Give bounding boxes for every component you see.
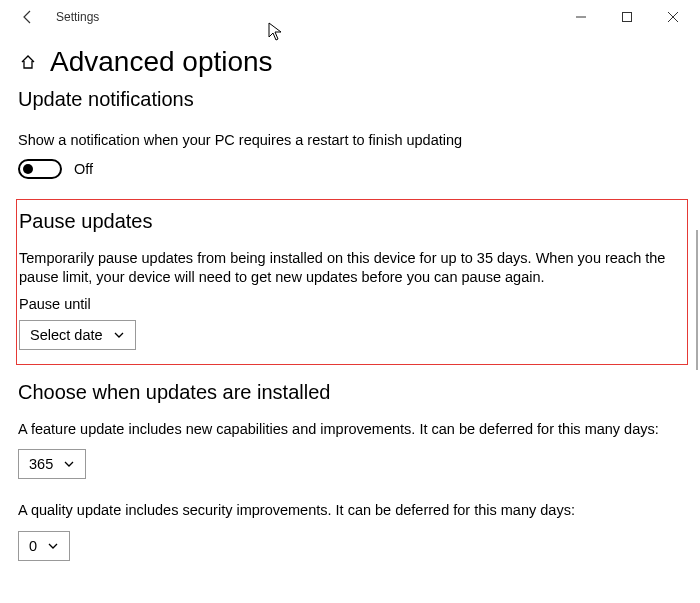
update-notifications-section: Update notifications Show a notification… xyxy=(18,88,682,179)
update-notifications-desc: Show a notification when your PC require… xyxy=(18,131,682,151)
chevron-down-icon xyxy=(63,458,75,470)
pause-updates-section: Pause updates Temporarily pause updates … xyxy=(16,199,688,365)
feature-defer-select[interactable]: 365 xyxy=(18,449,86,479)
chevron-down-icon xyxy=(47,540,59,552)
scrollbar[interactable] xyxy=(696,230,698,370)
feature-update-desc: A feature update includes new capabiliti… xyxy=(18,420,682,440)
quality-defer-select[interactable]: 0 xyxy=(18,531,70,561)
svg-rect-1 xyxy=(623,13,632,22)
window-title: Settings xyxy=(56,10,99,24)
quality-defer-value: 0 xyxy=(29,538,37,554)
pause-date-select-label: Select date xyxy=(30,327,103,343)
choose-installed-section: Choose when updates are installed A feat… xyxy=(18,381,682,561)
maximize-button[interactable] xyxy=(604,2,650,32)
page-title: Advanced options xyxy=(50,46,273,78)
minimize-button[interactable] xyxy=(558,2,604,32)
titlebar: Settings xyxy=(0,0,700,34)
notifications-toggle[interactable] xyxy=(18,159,62,179)
pause-updates-heading: Pause updates xyxy=(19,210,679,233)
pause-updates-desc: Temporarily pause updates from being ins… xyxy=(19,249,679,288)
chevron-down-icon xyxy=(113,329,125,341)
feature-defer-value: 365 xyxy=(29,456,53,472)
quality-update-desc: A quality update includes security impro… xyxy=(18,501,682,521)
home-icon[interactable] xyxy=(18,52,38,72)
pause-until-label: Pause until xyxy=(19,296,679,312)
pause-date-select[interactable]: Select date xyxy=(19,320,136,350)
back-button[interactable] xyxy=(18,7,38,27)
window-controls xyxy=(558,2,696,32)
close-button[interactable] xyxy=(650,2,696,32)
notifications-toggle-label: Off xyxy=(74,161,93,177)
content: Advanced options Update notifications Sh… xyxy=(0,34,700,561)
choose-installed-heading: Choose when updates are installed xyxy=(18,381,682,404)
update-notifications-heading: Update notifications xyxy=(18,88,682,111)
